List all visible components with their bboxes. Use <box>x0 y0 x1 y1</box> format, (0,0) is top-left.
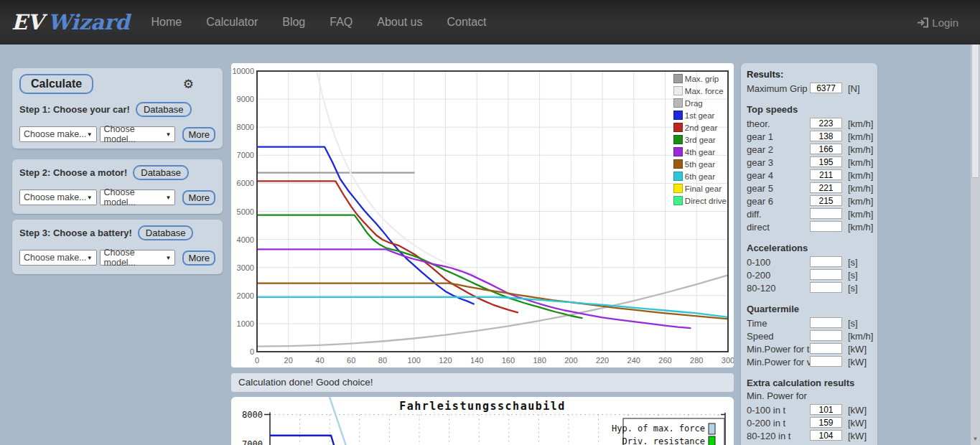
battery-database-button[interactable]: Database <box>138 225 194 240</box>
logo[interactable]: EVWizard <box>11 10 130 34</box>
legend-swatch-1st-gear <box>673 111 683 120</box>
legend-item-max-grip: Max. grip <box>673 72 727 85</box>
car-selection-card: Calculate ⚙ Step 1: Choose your car! Dat… <box>12 68 223 149</box>
svg-text:9000: 9000 <box>237 95 254 103</box>
legend-swatch-max-grip <box>673 74 683 83</box>
page-scrollbar[interactable]: ▲ ▼ <box>971 0 980 445</box>
time-input[interactable] <box>810 317 842 328</box>
legend-swatch-2nd-gear <box>673 123 683 132</box>
chevron-down-icon: ▼ <box>165 255 171 261</box>
gear-1-input[interactable] <box>810 131 842 141</box>
result-unit: [kW] <box>848 357 867 367</box>
result-label: 80-120 in t <box>747 431 790 441</box>
nav-item-about-us[interactable]: About us <box>375 10 424 34</box>
result-row-80-120: 80-120[s] <box>747 281 872 294</box>
car-make-select[interactable]: Choose make... ▼ <box>19 126 97 142</box>
legend-label: 1st gear <box>685 111 715 120</box>
chart2-title: Fahrleistungsschaubild <box>231 400 734 413</box>
navbar: EVWizard HomeCalculatorBlogFAQAbout usCo… <box>0 0 980 44</box>
svg-text:160: 160 <box>502 356 515 365</box>
result-label: gear 4 <box>747 170 773 181</box>
motor-make-select[interactable]: Choose make... ▼ <box>19 189 97 205</box>
result-unit: [km/h] <box>848 170 873 181</box>
results-panel: Results: Maximum Grip[N]Top speedstheor.… <box>741 63 877 445</box>
chevron-down-icon: ▼ <box>87 255 93 261</box>
motor-database-button[interactable]: Database <box>133 165 189 180</box>
gear-icon[interactable]: ⚙ <box>183 77 194 92</box>
80-120-in-t-input[interactable] <box>810 430 842 441</box>
legend-label: 3rd gear <box>685 136 716 144</box>
theor-input[interactable] <box>810 118 842 128</box>
motor-more-button[interactable]: More <box>182 190 215 205</box>
legend-swatch-3rd-gear <box>673 135 683 144</box>
gear-6-input[interactable] <box>810 195 842 206</box>
legend-label: Direct drive <box>685 197 727 205</box>
result-label: gear 6 <box>747 196 773 207</box>
nav-item-blog[interactable]: Blog <box>281 10 307 34</box>
diff-input[interactable] <box>810 208 842 219</box>
result-row-0-200-in-t: 0-200 in t[kW] <box>747 416 872 429</box>
gear-4-input[interactable] <box>810 169 842 180</box>
min-power-for-v-input[interactable] <box>810 356 842 367</box>
result-row-time: Time[s] <box>747 317 872 329</box>
direct-input[interactable] <box>810 221 842 232</box>
result-label: gear 2 <box>747 144 773 155</box>
battery-make-select[interactable]: Choose make... ▼ <box>19 250 97 266</box>
svg-text:120: 120 <box>439 356 452 365</box>
result-label: 0-200 in t <box>747 418 785 428</box>
results-heading-quartermile: Quartermile <box>747 304 872 317</box>
svg-text:100: 100 <box>407 356 420 365</box>
svg-text:7000: 7000 <box>237 151 254 159</box>
speed-input[interactable] <box>810 330 842 341</box>
result-row-theor: theor.[km/h] <box>747 117 872 130</box>
calculate-button[interactable]: Calculate <box>19 74 93 94</box>
svg-text:8000: 8000 <box>237 123 254 131</box>
car-database-button[interactable]: Database <box>136 102 192 117</box>
legend-item-2nd-gear: 2nd gear <box>673 121 727 134</box>
nav-item-home[interactable]: Home <box>150 10 184 34</box>
result-unit: [km/h] <box>848 209 873 220</box>
legend-item-1st-gear: 1st gear <box>673 109 727 121</box>
result-unit: [km/h] <box>848 118 873 129</box>
results-heading-top-speeds: Top speeds <box>747 104 872 117</box>
chevron-down-icon: ▼ <box>165 195 171 201</box>
car-make-select-value: Choose make... <box>24 129 87 139</box>
result-unit: [kW] <box>848 405 867 416</box>
legend-label: Max. grip <box>685 75 719 83</box>
login-button[interactable]: Login <box>917 0 958 44</box>
step1-title: Step 1: Choose your car! <box>19 104 130 115</box>
nav-item-calculator[interactable]: Calculator <box>205 10 259 34</box>
gear-3-input[interactable] <box>810 156 842 167</box>
80-120-input[interactable] <box>810 282 842 293</box>
battery-more-button[interactable]: More <box>182 250 215 266</box>
gear-2-input[interactable] <box>810 144 842 154</box>
motor-model-select-value: Choose model... <box>104 187 166 207</box>
car-model-select[interactable]: Choose model... ▼ <box>100 126 176 142</box>
result-label: 0-100 in t <box>747 405 785 416</box>
result-label: 0-200 <box>747 270 770 281</box>
legend-item-final-gear: Final gear <box>673 182 727 195</box>
min-power-for-t-input[interactable] <box>810 343 842 354</box>
gear-5-input[interactable] <box>810 182 842 193</box>
0-100-input[interactable] <box>810 256 842 267</box>
car-more-button[interactable]: More <box>182 127 215 142</box>
0-200-in-t-input[interactable] <box>810 417 842 428</box>
result-unit: [kW] <box>848 344 867 355</box>
result-unit: [kW] <box>848 418 867 428</box>
nav-item-contact[interactable]: Contact <box>445 10 487 34</box>
result-label: Maximum Grip <box>747 83 808 94</box>
0-100-in-t-input[interactable] <box>810 404 842 415</box>
0-200-input[interactable] <box>810 269 842 280</box>
nav-item-faq[interactable]: FAQ <box>328 10 354 34</box>
scroll-down-icon[interactable]: ▼ <box>971 436 980 442</box>
result-row-min-power-for-v: Min.Power for v[kW] <box>747 355 872 368</box>
legend-swatch-5th-gear <box>673 159 683 169</box>
scrollbar-thumb[interactable] <box>971 27 979 178</box>
result-row-speed: Speed[km/h] <box>747 329 872 342</box>
motor-model-select[interactable]: Choose model... ▼ <box>100 189 176 205</box>
result-unit: [kW] <box>848 431 867 441</box>
results-heading-accelerations: Accelerations <box>747 243 872 256</box>
battery-model-select[interactable]: Choose model... ▼ <box>100 250 176 266</box>
maximum-grip-input[interactable] <box>810 83 842 93</box>
svg-text:7000: 7000 <box>242 439 263 445</box>
